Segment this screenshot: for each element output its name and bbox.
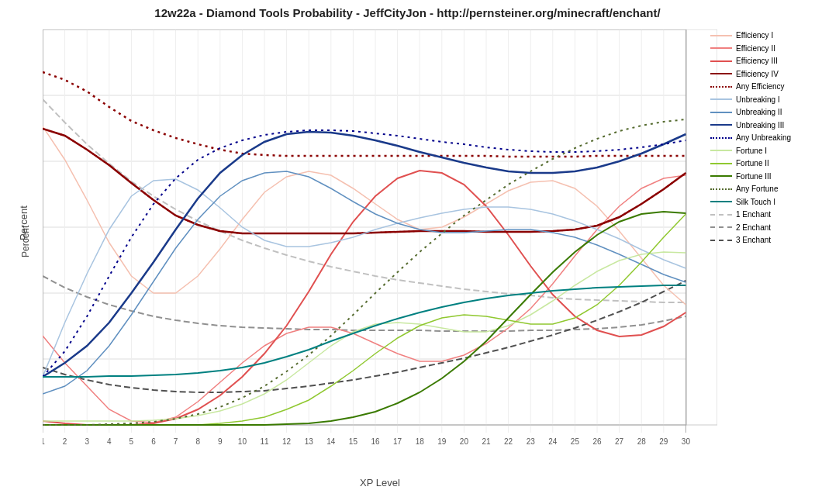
svg-text:11: 11 (260, 437, 269, 446)
legend-line-3ench (710, 240, 732, 241)
y-axis-label: Percent (18, 205, 29, 240)
legend-label-eff1: Efficiency I (736, 29, 773, 42)
legend-line-2ench (710, 226, 732, 228)
legend-item-silk1: Silk Touch I (710, 196, 811, 209)
legend-item-unbr2: Unbreaking II (710, 106, 811, 119)
chart-area: 0 20 40 60 80 100 120 (43, 29, 717, 464)
legend-label-silk1: Silk Touch I (736, 196, 775, 209)
legend-label-1ench: 1 Enchant (736, 209, 771, 221)
legend-item-fort2: Fortune II (710, 157, 811, 170)
svg-text:24: 24 (548, 437, 558, 446)
svg-text:3: 3 (85, 437, 89, 446)
svg-text:18: 18 (416, 437, 425, 446)
svg-text:19: 19 (437, 437, 447, 446)
legend-line-1ench (710, 214, 732, 216)
main-svg: 0 20 40 60 80 100 120 (43, 29, 717, 464)
legend-line-eff2 (710, 47, 732, 49)
svg-text:5: 5 (130, 437, 134, 446)
svg-text:20: 20 (460, 437, 469, 446)
legend-label-3ench: 3 Enchant (736, 234, 771, 247)
legend-line-eff3 (710, 60, 732, 62)
svg-text:17: 17 (393, 437, 402, 446)
legend-label-eff2: Efficiency II (736, 43, 775, 55)
x-axis-label: XP Level (360, 477, 400, 488)
legend-label-fort1: Fortune I (736, 145, 767, 157)
svg-text:25: 25 (571, 437, 580, 446)
legend-label-unbr3: Unbreaking III (736, 119, 784, 132)
legend-item-eff2: Efficiency II (710, 43, 811, 55)
legend-item-anyunbr: Any Unbreaking (710, 132, 811, 144)
svg-text:14: 14 (326, 437, 336, 446)
svg-text:21: 21 (482, 437, 491, 446)
svg-text:6: 6 (151, 437, 156, 446)
svg-text:23: 23 (527, 437, 536, 446)
legend-item-1ench: 1 Enchant (710, 209, 811, 221)
legend: Efficiency I Efficiency II Efficiency II… (710, 29, 811, 247)
svg-text:7: 7 (174, 437, 178, 446)
svg-text:10: 10 (238, 437, 247, 446)
legend-line-unbr2 (710, 112, 732, 113)
legend-line-anyfort (710, 188, 732, 190)
svg-text:13: 13 (305, 437, 314, 446)
legend-line-silk1 (710, 201, 732, 202)
svg-text:1: 1 (43, 437, 45, 446)
legend-line-eff1 (710, 35, 732, 36)
legend-item-fort3: Fortune III (710, 171, 811, 183)
legend-item-unbr3: Unbreaking III (710, 119, 811, 132)
svg-text:12: 12 (282, 437, 292, 446)
legend-line-anyeff (710, 86, 732, 88)
svg-text:26: 26 (592, 437, 602, 446)
legend-item-fort1: Fortune I (710, 145, 811, 157)
legend-label-unbr2: Unbreaking II (736, 106, 782, 119)
legend-label-anyfort: Any Fortune (736, 183, 778, 195)
legend-label-fort3: Fortune III (736, 171, 772, 183)
legend-label-unbr1: Unbreaking I (736, 94, 780, 106)
legend-line-fort2 (710, 163, 732, 164)
legend-line-fort1 (710, 150, 732, 151)
legend-item-eff3: Efficiency III (710, 55, 811, 67)
svg-text:22: 22 (504, 437, 513, 446)
chart-title: 12w22a - Diamond Tools Probability - Jef… (0, 0, 815, 19)
legend-item-2ench: 2 Enchant (710, 222, 811, 234)
legend-label-anyeff: Any Efficiency (736, 81, 785, 93)
legend-line-anyunbr (710, 137, 732, 139)
svg-text:29: 29 (659, 437, 668, 446)
legend-item-eff1: Efficiency I (710, 29, 811, 42)
legend-item-eff4: Efficiency IV (710, 68, 811, 81)
legend-label-anyunbr: Any Unbreaking (736, 132, 791, 144)
svg-text:15: 15 (349, 437, 358, 446)
legend-line-fort3 (710, 175, 732, 177)
svg-text:4: 4 (107, 437, 112, 446)
legend-item-anyfort: Any Fortune (710, 183, 811, 195)
svg-text:30: 30 (682, 437, 691, 446)
legend-label-eff3: Efficiency III (736, 55, 778, 67)
legend-item-unbr1: Unbreaking I (710, 94, 811, 106)
legend-item-anyeff: Any Efficiency (710, 81, 811, 93)
legend-line-eff4 (710, 73, 732, 74)
svg-text:28: 28 (637, 437, 647, 446)
legend-item-3ench: 3 Enchant (710, 234, 811, 247)
chart-container: 12w22a - Diamond Tools Probability - Jef… (0, 0, 815, 504)
svg-text:9: 9 (218, 437, 223, 446)
svg-text:27: 27 (615, 437, 624, 446)
legend-label-2ench: 2 Enchant (736, 222, 771, 234)
legend-label-eff4: Efficiency IV (736, 68, 779, 81)
svg-text:2: 2 (63, 437, 67, 446)
legend-line-unbr3 (710, 124, 732, 126)
legend-line-unbr1 (710, 98, 732, 100)
svg-text:16: 16 (371, 437, 380, 446)
legend-label-fort2: Fortune II (736, 157, 769, 170)
svg-text:8: 8 (195, 437, 200, 446)
